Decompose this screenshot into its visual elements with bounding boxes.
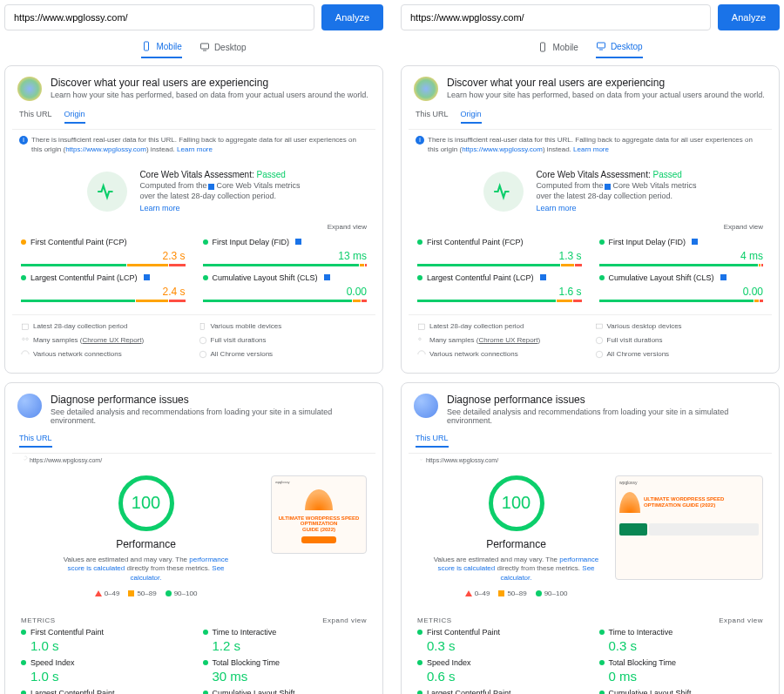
analyze-button[interactable]: Analyze (321, 4, 383, 30)
device-tabs: Mobile Desktop (4, 41, 383, 58)
insufficient-data-note: i There is insufficient real-user data f… (409, 130, 772, 159)
svg-point-5 (26, 338, 28, 340)
pulse-icon (87, 172, 127, 212)
lab-cls: Cumulative Layout Shift0 (203, 689, 368, 694)
svg-rect-1 (200, 44, 208, 49)
metrics-header: METRICS (21, 617, 56, 624)
lab-tti: Time to Interactive1.2 s (203, 628, 368, 653)
diag-url: https://www.wpglossy.com/ (409, 454, 772, 465)
lab-cls: Cumulative Layout Shift0 (599, 689, 764, 694)
discover-sub: Learn how your site has performed, based… (51, 91, 368, 99)
insufficient-data-note: i There is insufficient real-user data f… (12, 130, 375, 159)
field-data-card: Discover what your real users are experi… (4, 65, 383, 374)
subtab-this-url[interactable]: This URL (416, 110, 449, 124)
calendar-icon (21, 322, 30, 331)
tab-mobile[interactable]: Mobile (141, 41, 181, 58)
cls-value: 0.00 (599, 286, 764, 298)
diagnose-card: Diagnose performance issues See detailed… (401, 382, 780, 694)
svg-rect-2 (22, 324, 29, 330)
diagnose-card: Diagnose performance issues See detailed… (4, 382, 383, 694)
diag-sub: See detailed analysis and recommendation… (51, 408, 370, 425)
lab-si: Speed Index0.6 s (417, 658, 582, 684)
score-legend: 0–49 50–89 90–100 (21, 590, 271, 597)
lab-fcp: First Contentful Paint1.0 s (21, 628, 186, 653)
field-cls: Cumulative Layout Shift (CLS) 0.00 (599, 273, 764, 302)
diagnose-icon (17, 394, 42, 418)
diag-tab-this-url[interactable]: This URL (416, 434, 449, 448)
pulse-icon (483, 172, 524, 212)
diag-tab-this-url[interactable]: This URL (19, 434, 52, 448)
meta-visit: Full visit durations (211, 336, 267, 344)
meta-samples: Many samples (Chrome UX Report) (33, 336, 144, 344)
tab-mobile-label: Mobile (552, 43, 578, 52)
lab-tbt: Total Blocking Time0 ms (599, 658, 764, 684)
lab-si: Speed Index1.0 s (21, 658, 186, 684)
discover-sub: Learn how your site has performed, based… (447, 91, 765, 99)
analyze-button[interactable]: Analyze (718, 4, 780, 30)
field-data-card: Discover what your real users are experi… (401, 65, 780, 374)
tab-desktop-label: Desktop (611, 42, 643, 51)
svg-point-4 (23, 338, 25, 340)
subtab-origin[interactable]: Origin (461, 110, 482, 124)
tab-desktop[interactable]: Desktop (596, 41, 643, 58)
note-link[interactable]: https://www.wpglossy.com (65, 145, 146, 153)
perf-label: Performance (21, 538, 271, 550)
expand-metrics[interactable]: Expand view (719, 617, 763, 624)
svg-rect-0 (145, 42, 149, 51)
clock-icon (199, 336, 207, 345)
field-lcp: Largest Contentful Paint (LCP) 1.6 s (417, 273, 582, 302)
cwv-learn-link[interactable]: Learn more (536, 204, 696, 212)
meta-period: Latest 28-day collection period (33, 322, 128, 330)
svg-point-12 (419, 338, 422, 340)
devices-icon (199, 322, 207, 331)
field-fid: First Input Delay (FID) 13 ms (203, 238, 368, 266)
perf-note: Values are estimated and may vary. The p… (434, 556, 599, 583)
diag-title: Diagnose performance issues (51, 394, 370, 406)
svg-point-6 (199, 337, 206, 344)
lcp-value: 2.4 s (21, 286, 186, 298)
lab-fcp: First Contentful Paint0.3 s (417, 628, 582, 653)
mobile-icon (141, 41, 152, 51)
svg-rect-10 (418, 324, 425, 330)
lab-lcp: Largest Contentful Paint0.3 s (417, 689, 582, 694)
cwv-detail: Computed from theCore Web Vitals metrics… (536, 181, 696, 201)
network-icon (21, 350, 30, 359)
perf-score-gauge: 100 (118, 475, 174, 531)
svg-rect-9 (597, 43, 605, 48)
lcp-value: 1.6 s (417, 286, 582, 298)
subtab-origin[interactable]: Origin (64, 110, 85, 124)
expand-view-link[interactable]: Expand view (409, 223, 772, 234)
tab-mobile[interactable]: Mobile (537, 41, 578, 58)
url-bar: Analyze (4, 4, 383, 30)
url-input[interactable] (4, 4, 314, 30)
globe-icon (17, 77, 42, 101)
tab-desktop[interactable]: Desktop (199, 41, 247, 58)
expand-view-link[interactable]: Expand view (12, 223, 375, 234)
discover-title: Discover what your real users are experi… (51, 77, 368, 89)
perf-note: Values are estimated and may vary. The p… (64, 556, 229, 583)
field-fcp: First Contentful Paint (FCP) 2.3 s (21, 238, 186, 266)
svg-point-13 (596, 337, 603, 344)
lab-lcp: Largest Contentful Paint1.1 s (21, 689, 186, 694)
fcp-label: First Contentful Paint (FCP) (30, 238, 127, 246)
perf-label: Performance (417, 538, 615, 550)
cwv-learn-link[interactable]: Learn more (139, 204, 300, 212)
mobile-pane: Analyze Mobile Desktop Discover what you… (4, 4, 383, 694)
desktop-pane: Analyze Mobile Desktop Discover what you… (401, 4, 780, 694)
field-fcp: First Contentful Paint (FCP) 1.3 s (417, 238, 582, 266)
note-learn[interactable]: Learn more (177, 145, 213, 153)
diag-sub: See detailed analysis and recommendation… (447, 408, 767, 425)
diag-url: https://www.wpglossy.com/ (12, 454, 375, 465)
diagnose-icon (414, 394, 438, 418)
lcp-label: Largest Contentful Paint (LCP) (30, 273, 138, 282)
note-post: ) instead. (146, 145, 175, 153)
desktop-icon (199, 42, 210, 52)
url-input[interactable] (401, 4, 711, 30)
screenshot-preview: wpglossy ULTIMATE WORDPRESS SPEED OPTIMI… (615, 475, 763, 580)
fid-value: 13 ms (203, 250, 368, 262)
subtabs: This URL Origin (12, 104, 375, 130)
subtab-this-url[interactable]: This URL (19, 110, 52, 124)
tab-desktop-label: Desktop (214, 43, 247, 52)
expand-metrics[interactable]: Expand view (322, 617, 367, 624)
lab-tti: Time to Interactive0.3 s (599, 628, 764, 653)
